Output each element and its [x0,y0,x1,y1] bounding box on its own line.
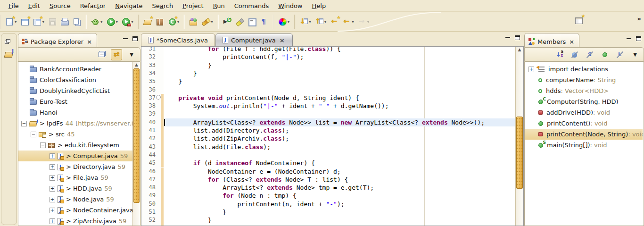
tree-item-bankaccountreader[interactable]: BankAccountReader [18,64,132,75]
editor-body[interactable]: 3132333435363738394041424344454647484950… [141,47,524,226]
code-line-39[interactable] [164,110,515,118]
dropdown-chevron-icon[interactable]: ▾ [42,19,45,24]
close-icon[interactable]: × [568,38,575,45]
link-with-editor-button[interactable]: ⇄ [111,49,122,60]
dropdown-chevron-icon[interactable]: ▾ [324,19,327,24]
code-line-50[interactable]: printContent(n, ident + "-"); [164,200,515,208]
menu-search[interactable]: Search [148,1,178,11]
tree-item-node-java[interactable]: +> Node.java59 [18,194,132,205]
member-item-hdds[interactable]: hdds : Vector<HDD> [525,85,643,96]
package-tree-scrollbar[interactable]: ▲ [132,62,140,226]
tree-expander[interactable]: − [21,121,27,126]
member-item-import-declarations[interactable]: +import declarations [525,64,643,75]
dropdown-chevron-icon[interactable]: ▾ [100,19,103,24]
member-item-printcontent-[interactable]: printContent() : void [525,118,643,129]
new-class-button[interactable]: ▾ [166,16,182,27]
collapse-all-button[interactable] [96,49,107,60]
menu-file[interactable]: File [4,1,24,11]
code-line-53[interactable]: } [164,225,515,226]
code-line-49[interactable]: for (Node n : tmp) { [164,192,515,200]
menu-navigate[interactable]: Navigate [110,1,147,11]
editor-scrollbar-thumb[interactable] [516,117,523,189]
run-external-button[interactable]: ▾ [120,16,135,27]
tree-item-euro-test[interactable]: Euro-Test [18,96,132,107]
save-all-button[interactable] [71,16,83,27]
show-whitespace-button[interactable] [258,16,270,27]
dropdown-chevron-icon[interactable]: ▾ [177,19,180,24]
code-line-43[interactable]: list.add(File.class); [164,143,515,151]
member-item-main-string-[interactable]: Smain(String[]) : void [525,140,643,151]
tree-item-computer-java[interactable]: +> Computer.java59 [18,151,132,161]
editor-scrollbar[interactable]: ▲ [515,47,523,226]
hide-local-types-button[interactable] [614,49,626,60]
hide-static-button[interactable] [584,49,595,60]
menu-refactor[interactable]: Refactor [75,1,111,11]
tree-item-colorclassification[interactable]: ColorClassification [18,75,132,85]
tree-expander[interactable]: + [50,186,55,192]
members-view-menu-button[interactable]: ▼ [629,49,641,60]
menu-project[interactable]: Project [178,1,208,11]
tree-item-doublylinkedcycliclist[interactable]: DoublyLinkedCyclicList [18,85,132,96]
tree-expander[interactable]: + [50,175,55,181]
java-browsing-button[interactable] [3,50,15,59]
tree-expander[interactable]: + [50,164,55,170]
tree-item-ziparchiv-java[interactable]: +> ZipArchiv.java59 [18,216,132,226]
menu-source[interactable]: Source [45,1,75,11]
member-item-computer-string-hdd-[interactable]: CComputer(String, HDD) [525,96,643,107]
previous-annotation-button[interactable]: ↑▾ [313,16,329,27]
code-line-51[interactable]: } [164,208,515,216]
external-tools-button[interactable] [221,16,233,27]
show-source-button[interactable] [246,16,258,27]
show-public-button[interactable] [599,49,611,60]
menu-window[interactable]: Window [273,1,307,11]
code-line-35[interactable]: } [164,77,515,85]
member-expander[interactable]: + [528,67,534,72]
maximize-button[interactable] [132,36,138,41]
tree-item-src[interactable]: −> src45 [18,129,132,140]
open-type-button[interactable] [187,16,199,27]
code-line-38[interactable]: System.out.println("|-" + ident + " " + … [164,102,515,110]
editor-tab-computer-java[interactable]: Computer.java× [215,33,293,46]
members-maximize-button[interactable] [636,36,641,41]
close-icon[interactable]: × [279,37,286,44]
tree-expander[interactable]: + [50,218,55,224]
dropdown-chevron-icon[interactable]: ▾ [309,19,311,24]
next-annotation-button[interactable]: ↓▾ [297,16,313,27]
tree-item-file-java[interactable]: +> File.java59 [18,172,132,183]
dropdown-chevron-icon[interactable]: ▾ [131,19,133,24]
code-line-31[interactable]: for (File f : hdd.get(File.class)) { [164,47,515,53]
code-line-47[interactable]: for (Class<? extends Node> T : list) { [164,176,515,184]
editor-scroll-up-arrow[interactable]: ▲ [516,47,523,52]
tree-expander[interactable]: − [31,132,36,137]
code-line-40[interactable]: ArrayList<Class<? extends Node>> list = … [164,118,515,126]
tree-item-edu-kit-filesystem[interactable]: −> edu.kit.filesystem [18,140,132,151]
editor-maximize-button[interactable] [515,35,520,40]
search-button[interactable]: ▾ [199,16,215,27]
dropdown-chevron-icon[interactable]: ▾ [288,19,290,24]
debug-button[interactable]: ▾ [89,16,105,27]
tree-expander[interactable]: + [50,197,55,202]
menu-commands[interactable]: Commands [230,1,274,11]
tree-expander[interactable]: + [50,208,55,213]
run-button[interactable]: ▾ [105,16,120,27]
code-line-37[interactable]: private void printContent(Node d, String… [164,94,515,102]
code-line-44[interactable] [164,151,515,159]
print-button[interactable] [58,16,71,27]
menu-run[interactable]: Run [208,1,230,11]
back-button[interactable]: ←▾ [340,16,356,27]
dropdown-chevron-icon[interactable]: ▾ [352,19,354,24]
tree-item-hdd-java[interactable]: +> HDD.java59 [18,183,132,194]
code-line-34[interactable]: } [164,69,515,77]
sort-button[interactable]: az [554,49,565,60]
code-line-52[interactable]: } [164,216,515,224]
restore-view-button[interactable] [3,37,15,47]
member-item-computername[interactable]: computerName : String [525,75,643,85]
members-minimize-button[interactable] [627,35,631,39]
dropdown-chevron-icon[interactable]: ▾ [15,19,17,24]
tree-expander[interactable]: − [40,142,46,148]
code-line-48[interactable]: ArrayList<? extends Node> tmp = e.get(T)… [164,184,515,192]
new-package-button[interactable] [154,16,166,27]
tree-item-ipdfs[interactable]: −> IpdFs44[https://svnserver.i [18,118,132,129]
new-view-button[interactable]: ▾ [31,16,47,27]
new-java-project-button[interactable] [141,16,154,27]
